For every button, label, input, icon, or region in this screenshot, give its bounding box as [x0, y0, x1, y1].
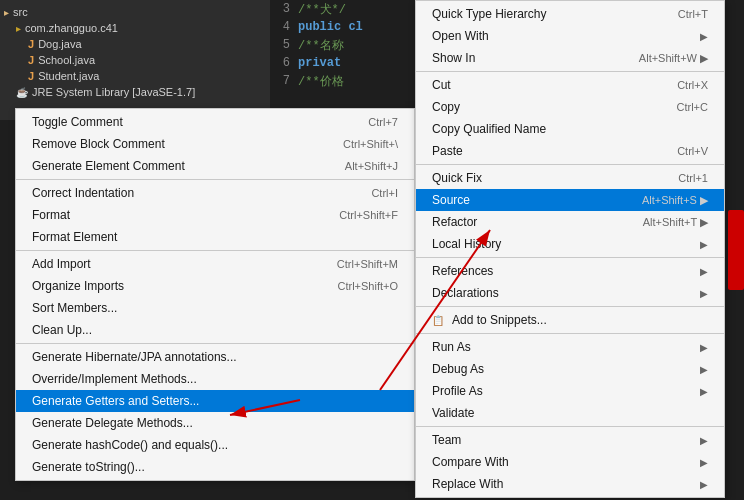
- shortcut-cut: Ctrl+X: [677, 79, 708, 91]
- tree-item-school[interactable]: J School.java: [0, 52, 270, 68]
- tree-item-jre[interactable]: ☕ JRE System Library [JavaSE-1.7]: [0, 84, 270, 100]
- snippets-icon: 📋: [432, 315, 448, 326]
- file-tree: ▸ src ▸ com.zhangguo.c41 J Dog.java J Sc…: [0, 0, 270, 120]
- menu-copy[interactable]: Copy Ctrl+C: [416, 96, 724, 118]
- menu-validate[interactable]: Validate: [416, 402, 724, 424]
- menu-label-refactor: Refactor: [432, 215, 477, 229]
- menu-local-history[interactable]: Local History ▶: [416, 233, 724, 255]
- menu-format[interactable]: Format Ctrl+Shift+F: [16, 204, 414, 226]
- menu-label-copy: Copy: [432, 100, 460, 114]
- menu-quick-fix[interactable]: Quick Fix Ctrl+1: [416, 167, 724, 189]
- menu-label-organize-imports: Organize Imports: [32, 279, 124, 293]
- menu-label-correct-indentation: Correct Indentation: [32, 186, 134, 200]
- arrow-icon-debug-as: ▶: [700, 364, 708, 375]
- arrow-icon-local-history: ▶: [700, 239, 708, 250]
- menu-generate-hashcode-equals[interactable]: Generate hashCode() and equals()...: [16, 434, 414, 456]
- tree-item-package[interactable]: ▸ com.zhangguo.c41: [0, 20, 270, 36]
- menu-label-local-history: Local History: [432, 237, 501, 251]
- tree-item-student[interactable]: J Student.java: [0, 68, 270, 84]
- menu-profile-as[interactable]: Profile As ▶: [416, 380, 724, 402]
- arrow-icon-replace-with: ▶: [700, 479, 708, 490]
- menu-generate-element-comment[interactable]: Generate Element Comment Alt+Shift+J: [16, 155, 414, 177]
- tree-item-dog[interactable]: J Dog.java: [0, 36, 270, 52]
- separator-r5: [416, 333, 724, 334]
- menu-copy-qualified-name[interactable]: Copy Qualified Name: [416, 118, 724, 140]
- menu-label-references: References: [432, 264, 493, 278]
- menu-label-generate-hibernate: Generate Hibernate/JPA annotations...: [32, 350, 237, 364]
- menu-replace-with[interactable]: Replace With ▶: [416, 473, 724, 495]
- separator-r2: [416, 164, 724, 165]
- shortcut-quick-fix: Ctrl+1: [678, 172, 708, 184]
- menu-run-as[interactable]: Run As ▶: [416, 336, 724, 358]
- menu-compare-with[interactable]: Compare With ▶: [416, 451, 724, 473]
- menu-show-in[interactable]: Show In Alt+Shift+W ▶: [416, 47, 724, 69]
- menu-clean-up[interactable]: Clean Up...: [16, 319, 414, 341]
- menu-label-cut: Cut: [432, 78, 451, 92]
- java-icon-dog: J: [28, 38, 34, 50]
- code-content-7: /**价格: [298, 73, 344, 90]
- menu-sort-members[interactable]: Sort Members...: [16, 297, 414, 319]
- separator-3: [16, 343, 414, 344]
- menu-label-format-element: Format Element: [32, 230, 117, 244]
- menu-toggle-comment[interactable]: Toggle Comment Ctrl+7: [16, 111, 414, 133]
- shortcut-show-in: Alt+Shift+W ▶: [639, 52, 708, 65]
- arrow-icon-team: ▶: [700, 435, 708, 446]
- separator-r3: [416, 257, 724, 258]
- menu-label-compare-with: Compare With: [432, 455, 509, 469]
- tree-item-src[interactable]: ▸ src: [0, 4, 270, 20]
- menu-debug-as[interactable]: Debug As ▶: [416, 358, 724, 380]
- menu-references[interactable]: References ▶: [416, 260, 724, 282]
- menu-format-element[interactable]: Format Element: [16, 226, 414, 248]
- separator-r4: [416, 306, 724, 307]
- menu-label-override-implement: Override/Implement Methods...: [32, 372, 197, 386]
- line-number-5: 5: [270, 38, 298, 52]
- arrow-icon-open-with: ▶: [700, 31, 708, 42]
- menu-override-implement[interactable]: Override/Implement Methods...: [16, 368, 414, 390]
- menu-source[interactable]: Source Alt+Shift+S ▶: [416, 189, 724, 211]
- menu-label-format: Format: [32, 208, 70, 222]
- menu-paste[interactable]: Paste Ctrl+V: [416, 140, 724, 162]
- arrow-icon-references: ▶: [700, 266, 708, 277]
- menu-remove-block-comment[interactable]: Remove Block Comment Ctrl+Shift+\: [16, 133, 414, 155]
- menu-open-with[interactable]: Open With ▶: [416, 25, 724, 47]
- jre-icon: ☕: [16, 87, 28, 98]
- menu-label-quick-fix: Quick Fix: [432, 171, 482, 185]
- code-content-3: /**犬*/: [298, 1, 346, 18]
- menu-label-generate-delegate-methods: Generate Delegate Methods...: [32, 416, 193, 430]
- separator-r6: [416, 426, 724, 427]
- menu-declarations[interactable]: Declarations ▶: [416, 282, 724, 304]
- menu-generate-getters-setters[interactable]: Generate Getters and Setters...: [16, 390, 414, 412]
- menu-generate-delegate-methods[interactable]: Generate Delegate Methods...: [16, 412, 414, 434]
- menu-label-sort-members: Sort Members...: [32, 301, 117, 315]
- shortcut-correct-indentation: Ctrl+I: [371, 187, 398, 199]
- menu-label-copy-qualified-name: Copy Qualified Name: [432, 122, 546, 136]
- code-content-5: /**名称: [298, 37, 344, 54]
- separator-2: [16, 250, 414, 251]
- separator-1: [16, 179, 414, 180]
- menu-add-import[interactable]: Add Import Ctrl+Shift+M: [16, 253, 414, 275]
- shortcut-format: Ctrl+Shift+F: [339, 209, 398, 221]
- menu-cut[interactable]: Cut Ctrl+X: [416, 74, 724, 96]
- menu-team[interactable]: Team ▶: [416, 429, 724, 451]
- tree-label-school: School.java: [38, 54, 95, 66]
- menu-organize-imports[interactable]: Organize Imports Ctrl+Shift+O: [16, 275, 414, 297]
- menu-label-generate-tostring: Generate toString()...: [32, 460, 145, 474]
- menu-label-run-as: Run As: [432, 340, 471, 354]
- java-icon-school: J: [28, 54, 34, 66]
- menu-add-to-snippets[interactable]: 📋 Add to Snippets...: [416, 309, 724, 331]
- tree-label-src: src: [13, 6, 28, 18]
- package-icon: ▸: [16, 23, 21, 34]
- menu-label-remove-block-comment: Remove Block Comment: [32, 137, 165, 151]
- menu-generate-hibernate[interactable]: Generate Hibernate/JPA annotations...: [16, 346, 414, 368]
- menu-quick-type-hierarchy[interactable]: Quick Type Hierarchy Ctrl+T: [416, 3, 724, 25]
- menu-generate-tostring[interactable]: Generate toString()...: [16, 456, 414, 478]
- menu-refactor[interactable]: Refactor Alt+Shift+T ▶: [416, 211, 724, 233]
- shortcut-copy: Ctrl+C: [677, 101, 708, 113]
- code-content-4: public cl: [298, 20, 363, 34]
- menu-label-quick-type-hierarchy: Quick Type Hierarchy: [432, 7, 547, 21]
- line-number-7: 7: [270, 74, 298, 88]
- shortcut-organize-imports: Ctrl+Shift+O: [337, 280, 398, 292]
- menu-label-profile-as: Profile As: [432, 384, 483, 398]
- menu-correct-indentation[interactable]: Correct Indentation Ctrl+I: [16, 182, 414, 204]
- menu-label-team: Team: [432, 433, 461, 447]
